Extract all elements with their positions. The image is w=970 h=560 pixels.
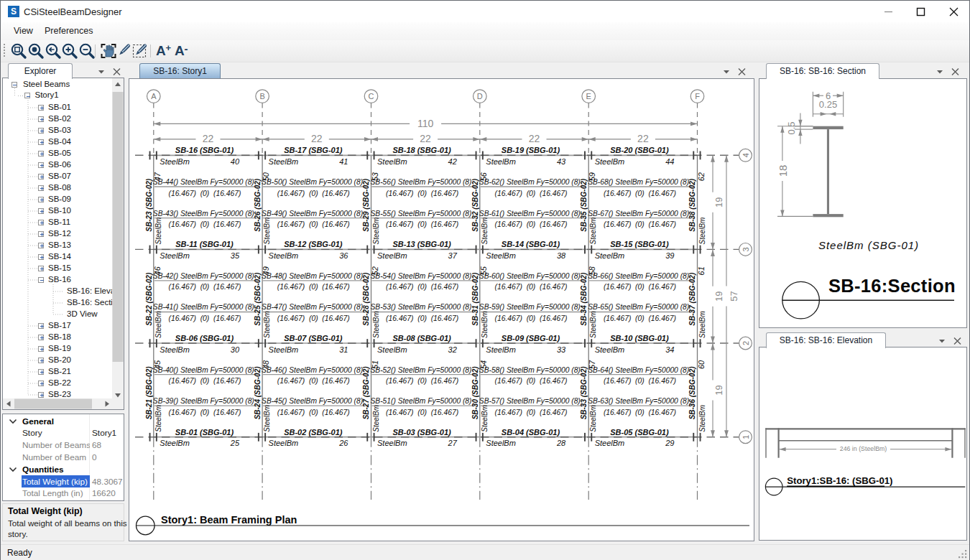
svg-text:SB-44() SteelBm Fy=50000 (8): SB-44() SteelBm Fy=50000 (8) bbox=[153, 177, 254, 185]
svg-text:SteelBm: SteelBm bbox=[486, 439, 516, 447]
svg-text:(16.467) (0) (16.467): (16.467) (0) (16.467) bbox=[604, 220, 676, 228]
svg-text:-: - bbox=[185, 42, 188, 55]
svg-text:SB-19 (SBG-01): SB-19 (SBG-01) bbox=[502, 146, 560, 154]
svg-text:Story1: Beam Framing Plan: Story1: Beam Framing Plan bbox=[161, 513, 297, 525]
svg-text:SB-15 (SBG-01): SB-15 (SBG-01) bbox=[610, 240, 669, 248]
svg-text:SteelBm: SteelBm bbox=[154, 311, 162, 338]
svg-text:SB-07 (SBG-01): SB-07 (SBG-01) bbox=[284, 333, 343, 342]
svg-text:SteelBm: SteelBm bbox=[481, 311, 489, 338]
svg-text:40: 40 bbox=[231, 157, 240, 165]
svg-text:SB-56() SteelBm Fy=50000 (8): SB-56() SteelBm Fy=50000 (8) bbox=[371, 177, 472, 185]
svg-text:(16.467) (0) (16.467): (16.467) (0) (16.467) bbox=[277, 282, 350, 291]
svg-text:3: 3 bbox=[742, 247, 750, 251]
svg-text:(16.467) (0) (16.467): (16.467) (0) (16.467) bbox=[386, 282, 458, 291]
svg-text:SteelBm: SteelBm bbox=[154, 217, 162, 244]
svg-text:SB-51() SteelBm Fy=50000 (8): SB-51() SteelBm Fy=50000 (8) bbox=[371, 396, 472, 405]
svg-text:SB-41() SteelBm Fy=50000 (8): SB-41() SteelBm Fy=50000 (8) bbox=[153, 302, 254, 311]
svg-text:44: 44 bbox=[665, 157, 674, 165]
svg-text:25: 25 bbox=[230, 439, 240, 447]
svg-text:(16.467) (0) (16.467): (16.467) (0) (16.467) bbox=[604, 407, 676, 416]
svg-text:SteelBm: SteelBm bbox=[160, 157, 190, 165]
svg-text:F: F bbox=[695, 92, 700, 101]
svg-text:Story1:SB-16: (SBG-01): Story1:SB-16: (SBG-01) bbox=[787, 475, 892, 486]
svg-text:41: 41 bbox=[339, 157, 348, 165]
svg-text:SB-33 (SBG-02): SB-33 (SBG-02) bbox=[580, 365, 588, 419]
svg-text:SB-04 (SBG-01): SB-04 (SBG-01) bbox=[502, 427, 560, 436]
svg-text:(16.467) (0) (16.467): (16.467) (0) (16.467) bbox=[169, 188, 241, 197]
svg-text:SteelBm: SteelBm bbox=[589, 311, 597, 338]
svg-text:D: D bbox=[477, 92, 483, 101]
svg-text:SB-30 (SBG-02): SB-30 (SBG-02) bbox=[471, 365, 479, 419]
svg-text:SteelBm: SteelBm bbox=[377, 157, 407, 165]
svg-text:22: 22 bbox=[311, 133, 323, 144]
svg-text:1: 1 bbox=[742, 434, 750, 439]
svg-text:(16.467) (0) (16.467): (16.467) (0) (16.467) bbox=[495, 282, 568, 291]
svg-text:246 in (SteelBm): 246 in (SteelBm) bbox=[840, 445, 887, 452]
svg-text:SteelBm: SteelBm bbox=[269, 251, 299, 260]
svg-text:SB-05 (SBG-01): SB-05 (SBG-01) bbox=[610, 427, 669, 436]
svg-text:SB-08 (SBG-01): SB-08 (SBG-01) bbox=[392, 333, 451, 342]
svg-text:SB-68() SteelBm Fy=50000 (8): SB-68() SteelBm Fy=50000 (8) bbox=[588, 177, 689, 185]
svg-text:(16.467) (0) (16.467): (16.467) (0) (16.467) bbox=[604, 188, 676, 197]
svg-text:(16.467) (0) (16.467): (16.467) (0) (16.467) bbox=[386, 314, 458, 322]
svg-text:53: 53 bbox=[371, 172, 379, 181]
svg-text:SB-46() SteelBm Fy=50000 (8): SB-46() SteelBm Fy=50000 (8) bbox=[262, 365, 363, 373]
svg-text:SB-40() SteelBm Fy=50000 (8): SB-40() SteelBm Fy=50000 (8) bbox=[153, 365, 254, 373]
svg-text:(16.467) (0) (16.467): (16.467) (0) (16.467) bbox=[169, 220, 241, 228]
svg-text:SB-67() SteelBm Fy=50000 (8): SB-67() SteelBm Fy=50000 (8) bbox=[588, 208, 689, 217]
svg-text:SteelBm: SteelBm bbox=[595, 251, 625, 260]
svg-text:SteelBm: SteelBm bbox=[160, 439, 190, 447]
svg-text:22: 22 bbox=[420, 133, 431, 144]
svg-text:SB-18 (SBG-01): SB-18 (SBG-01) bbox=[392, 146, 451, 154]
svg-text:(16.467) (0) (16.467): (16.467) (0) (16.467) bbox=[386, 220, 458, 228]
svg-text:57: 57 bbox=[588, 359, 596, 368]
svg-text:(16.467) (0) (16.467): (16.467) (0) (16.467) bbox=[495, 407, 568, 416]
svg-text:SB-14 (SBG-01): SB-14 (SBG-01) bbox=[502, 240, 560, 248]
svg-text:SB-53() SteelBm Fy=50000 (8): SB-53() SteelBm Fy=50000 (8) bbox=[371, 302, 472, 311]
svg-text:SteelBm: SteelBm bbox=[377, 439, 407, 447]
svg-text:SteelBm: SteelBm bbox=[160, 251, 190, 260]
svg-text:49: 49 bbox=[262, 266, 270, 275]
svg-text:22: 22 bbox=[529, 133, 540, 144]
svg-text:SB-38 (SBG-02): SB-38 (SBG-02) bbox=[688, 178, 696, 232]
svg-text:57: 57 bbox=[729, 291, 739, 301]
svg-text:28: 28 bbox=[556, 439, 566, 447]
svg-text:SB-48() SteelBm Fy=50000 (8): SB-48() SteelBm Fy=50000 (8) bbox=[262, 271, 363, 279]
svg-text:SteelBm: SteelBm bbox=[154, 404, 162, 431]
svg-text:C: C bbox=[369, 92, 374, 101]
svg-text:33: 33 bbox=[557, 345, 566, 353]
svg-text:SB-39() SteelBm Fy=50000 (8): SB-39() SteelBm Fy=50000 (8) bbox=[153, 396, 254, 405]
svg-text:SB-62() SteelBm Fy=50000 (8): SB-62() SteelBm Fy=50000 (8) bbox=[479, 177, 581, 185]
svg-text:SB-57() SteelBm Fy=50000 (8): SB-57() SteelBm Fy=50000 (8) bbox=[479, 396, 581, 405]
svg-text:(16.467) (0) (16.467): (16.467) (0) (16.467) bbox=[386, 407, 458, 416]
svg-text:0.25: 0.25 bbox=[819, 98, 837, 109]
svg-text:SteelBm: SteelBm bbox=[589, 217, 597, 244]
svg-text:SB-65() SteelBm Fy=50000 (8): SB-65() SteelBm Fy=50000 (8) bbox=[588, 302, 689, 311]
svg-text:SB-50() SteelBm Fy=50000 (8): SB-50() SteelBm Fy=50000 (8) bbox=[262, 177, 363, 185]
svg-text:SB-59() SteelBm Fy=50000 (8): SB-59() SteelBm Fy=50000 (8) bbox=[479, 302, 581, 311]
svg-text:47: 47 bbox=[153, 172, 162, 181]
svg-text:35: 35 bbox=[231, 251, 240, 260]
svg-text:(16.467) (0) (16.467): (16.467) (0) (16.467) bbox=[386, 188, 458, 197]
svg-text:SB-55() SteelBm Fy=50000 (8): SB-55() SteelBm Fy=50000 (8) bbox=[371, 208, 472, 217]
svg-text:SB-31 (SBG-02): SB-31 (SBG-02) bbox=[471, 272, 479, 326]
svg-text:22: 22 bbox=[637, 133, 649, 144]
svg-text:SteelBm (SBG-01): SteelBm (SBG-01) bbox=[818, 238, 919, 251]
svg-text:48: 48 bbox=[262, 359, 270, 368]
svg-text:(16.467) (0) (16.467): (16.467) (0) (16.467) bbox=[277, 220, 350, 228]
svg-text:A: A bbox=[175, 43, 185, 58]
svg-text:SB-60() SteelBm Fy=50000 (8): SB-60() SteelBm Fy=50000 (8) bbox=[479, 271, 581, 279]
svg-text:SB-16:Section: SB-16:Section bbox=[828, 276, 956, 296]
svg-text:18: 18 bbox=[777, 164, 789, 177]
svg-text:19: 19 bbox=[713, 197, 724, 207]
svg-text:51: 51 bbox=[371, 360, 379, 368]
svg-text:26: 26 bbox=[338, 439, 348, 447]
svg-text:SB-29 (SBG-02): SB-29 (SBG-02) bbox=[362, 178, 370, 232]
svg-text:A: A bbox=[151, 92, 157, 101]
svg-text:SteelBm: SteelBm bbox=[372, 311, 380, 338]
svg-text:SB-28 (SBG-02): SB-28 (SBG-02) bbox=[362, 272, 370, 326]
svg-text:SteelBm: SteelBm bbox=[595, 345, 625, 353]
svg-text:(16.467) (0) (16.467): (16.467) (0) (16.467) bbox=[495, 314, 568, 322]
svg-text:60: 60 bbox=[697, 359, 706, 368]
svg-text:(16.467) (0) (16.467): (16.467) (0) (16.467) bbox=[604, 376, 676, 385]
